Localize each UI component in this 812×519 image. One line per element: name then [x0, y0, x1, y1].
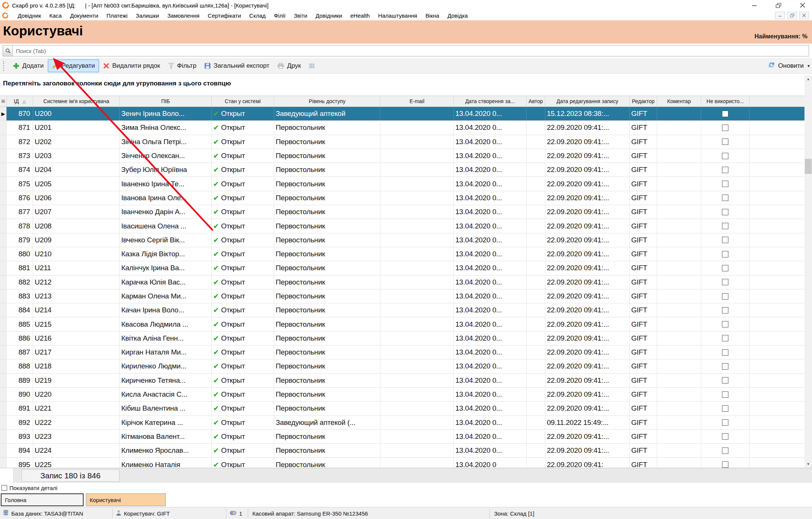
refresh-button[interactable]: Оновити — [768, 58, 804, 74]
not-used-checkbox[interactable] — [722, 237, 728, 243]
not-used-checkbox[interactable] — [722, 349, 728, 356]
menu-item-5[interactable]: Залишки — [132, 11, 163, 20]
column-header-not-used[interactable]: Не використо... — [701, 96, 749, 107]
not-used-checkbox[interactable] — [722, 433, 728, 440]
column-chooser-button[interactable] — [305, 61, 319, 71]
table-row[interactable]: 875 U205 Іваненко Ірина Те... ✔Открыт Пе… — [0, 177, 804, 191]
table-row[interactable]: 872 U202 Зініна Ольга Петрі... ✔Открыт П… — [0, 135, 804, 149]
table-row[interactable]: 874 U204 Зубер Юлія Юріївна ✔Открыт Перв… — [0, 163, 804, 177]
column-header-level[interactable]: Рівень доступу — [274, 96, 380, 107]
vertical-scrollbar[interactable]: ▲ ▼ — [804, 75, 812, 468]
column-header-editor[interactable]: Редактор — [630, 96, 657, 107]
not-used-checkbox[interactable] — [722, 209, 728, 215]
menu-item-3[interactable]: Документи — [66, 11, 102, 20]
not-used-checkbox[interactable] — [722, 321, 728, 327]
not-used-checkbox[interactable] — [722, 419, 728, 426]
not-used-checkbox[interactable] — [722, 363, 728, 370]
not-used-checkbox[interactable] — [722, 447, 728, 454]
table-row[interactable]: 885 U215 Квасова Людмила ... ✔Открыт Пер… — [0, 317, 804, 331]
restore-button[interactable] — [774, 2, 783, 9]
not-used-checkbox[interactable] — [722, 111, 728, 117]
table-row[interactable]: 888 U218 Кириленко Людми... ✔Открыт Перв… — [0, 359, 804, 373]
table-row[interactable]: 894 U224 Клименко Ярослав... ✔Открыт Пер… — [0, 444, 804, 458]
not-used-checkbox[interactable] — [722, 139, 728, 145]
search-input[interactable] — [13, 46, 809, 56]
filter-button[interactable]: Фільтр — [164, 59, 200, 72]
not-used-checkbox[interactable] — [722, 181, 728, 187]
export-button[interactable]: Загальний експорт — [200, 59, 273, 72]
scrollbar-thumb[interactable] — [805, 159, 812, 174]
not-used-checkbox[interactable] — [722, 279, 728, 285]
not-used-checkbox[interactable] — [722, 377, 728, 384]
show-details-checkbox[interactable] — [2, 485, 7, 491]
table-row[interactable]: 883 U213 Карман Олена Ми... ✔Открыт Перв… — [0, 289, 804, 303]
not-used-checkbox[interactable] — [722, 335, 728, 341]
mdi-close-button[interactable] — [799, 12, 809, 19]
column-header-author[interactable]: Автор — [527, 96, 545, 107]
scroll-down-icon[interactable]: ▼ — [804, 460, 812, 468]
table-row[interactable]: 893 U223 Кітманова Валент... ✔Открыт Пер… — [0, 430, 804, 444]
not-used-checkbox[interactable] — [722, 405, 728, 412]
not-used-checkbox[interactable] — [722, 153, 728, 159]
menu-item-15[interactable]: Довідка — [443, 11, 472, 20]
column-header-status[interactable]: Стан у системі — [212, 96, 274, 107]
column-header-pib[interactable]: ПІБ — [120, 96, 212, 107]
table-row[interactable]: 887 U217 Кирган Наталя Ми... ✔Открыт Пер… — [0, 345, 804, 359]
not-used-checkbox[interactable] — [722, 461, 728, 468]
not-used-checkbox[interactable] — [722, 391, 728, 398]
menu-item-9[interactable]: Філії — [270, 11, 290, 20]
not-used-checkbox[interactable] — [722, 195, 728, 201]
column-header-edited[interactable]: Дата редагування запису — [545, 96, 630, 107]
menu-item-10[interactable]: Звіти — [290, 11, 311, 20]
not-used-checkbox[interactable] — [722, 307, 728, 314]
menu-item-8[interactable]: Склад — [245, 11, 270, 20]
menu-item-2[interactable]: Каса — [45, 11, 66, 20]
table-row[interactable]: 880 U210 Казка Лідія Віктор... ✔Открыт П… — [0, 247, 804, 261]
tab-main[interactable]: Головна — [1, 493, 84, 506]
header-corner-icon[interactable] — [0, 96, 7, 107]
column-header-comment[interactable]: Коментар — [657, 96, 701, 107]
table-row[interactable]: 892 U222 Кірічок Катерина ... ✔Открыт За… — [0, 416, 804, 430]
not-used-checkbox[interactable] — [722, 251, 728, 257]
table-row[interactable]: 879 U209 Івченко Сергій Вік... ✔Открыт П… — [0, 233, 804, 247]
print-button[interactable]: Друк — [273, 59, 305, 72]
menu-item-13[interactable]: Налаштування — [374, 11, 421, 20]
edit-button[interactable]: Редагувати — [48, 59, 99, 72]
menu-item-1[interactable]: Довідник — [14, 11, 45, 20]
close-button[interactable] — [798, 2, 807, 9]
mdi-minimize-button[interactable] — [775, 12, 785, 19]
table-row[interactable]: 884 U214 Качан Ірина Воло... ✔Открыт Пер… — [0, 303, 804, 317]
add-button[interactable]: Додати — [9, 59, 48, 72]
tab-users[interactable]: Користувачі — [86, 493, 166, 506]
table-row[interactable]: 886 U216 Квітка Аліна Генн... ✔Открыт Пе… — [0, 332, 804, 345]
table-row[interactable]: ▶ 870 U200 Зенич Ірина Воло... ✔Открыт З… — [0, 107, 804, 121]
menu-item-7[interactable]: Сертифікати — [204, 11, 245, 20]
table-row[interactable]: 881 U211 Калінчук Ірина Ва... ✔Открыт Пе… — [0, 261, 804, 275]
minimize-button[interactable] — [750, 2, 759, 9]
not-used-checkbox[interactable] — [722, 223, 728, 229]
not-used-checkbox[interactable] — [722, 167, 728, 173]
table-row[interactable]: 889 U219 Кириченко Тетяна... ✔Открыт Пер… — [0, 374, 804, 388]
mdi-restore-button[interactable] — [787, 12, 797, 19]
scroll-up-icon[interactable]: ▲ — [804, 75, 812, 83]
table-row[interactable]: 873 U203 Зінченко Олексан... ✔Открыт Пер… — [0, 149, 804, 163]
menu-item-11[interactable]: Довідники — [311, 11, 346, 20]
menu-item-4[interactable]: Платежі — [102, 11, 132, 20]
column-header-sysname[interactable]: Системне ім'я користувача — [33, 96, 120, 107]
not-used-checkbox[interactable] — [722, 265, 728, 271]
menu-item-6[interactable]: Замовлення — [163, 11, 203, 20]
toolbar-overflow-caret-icon[interactable]: ▾ — [807, 63, 810, 68]
column-header-created[interactable]: Дата створення за... — [454, 96, 527, 107]
menu-item-12[interactable]: eHealth — [346, 11, 374, 20]
table-row[interactable]: 891 U221 Кібиш Валентина ... ✔Открыт Пер… — [0, 402, 804, 416]
column-header-email[interactable]: E-mail — [380, 96, 454, 107]
menu-item-14[interactable]: Вікна — [421, 11, 444, 20]
table-row[interactable]: 890 U220 Кисла Анастасія С... ✔Открыт Пе… — [0, 388, 804, 402]
table-row[interactable]: 895 U225 Клименко Наталія ✔Открыт Первос… — [0, 458, 804, 468]
column-header-id[interactable]: ІД△ — [7, 96, 33, 107]
not-used-checkbox[interactable] — [722, 293, 728, 300]
table-row[interactable]: 878 U208 Івасишена Олена ... ✔Открыт Пер… — [0, 219, 804, 233]
toolbar-grip-handle[interactable] — [3, 61, 5, 71]
group-by-panel[interactable]: Перетягніть заголовок колонки сюди для у… — [0, 74, 812, 96]
not-used-checkbox[interactable] — [722, 125, 728, 131]
